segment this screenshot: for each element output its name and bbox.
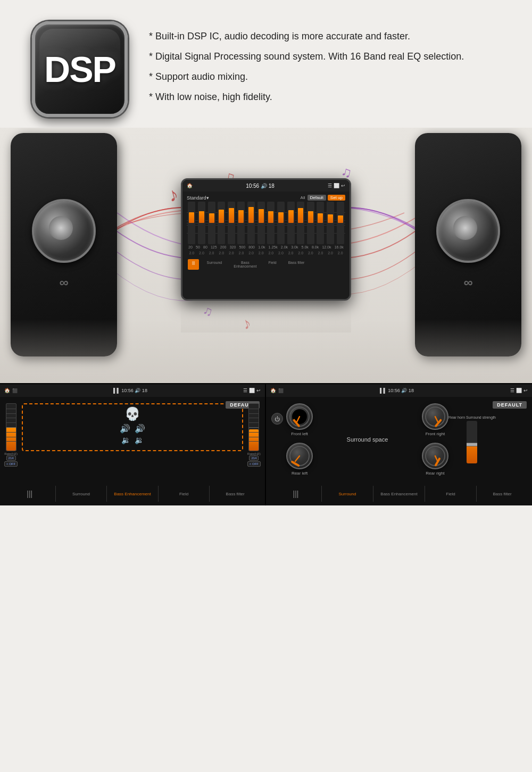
bl-fader2-off[interactable]: < OFF [247,461,261,467]
br-nav-surround[interactable]: Surround [322,482,373,505]
bl-speaker-icon-bl: 🔉 [121,436,130,444]
eq-bar-16[interactable] [337,202,344,244]
tablet-device: 🏠 10:56 🔊 18 ☰⬜↩ Standard ▾ All Default … [181,178,351,301]
eq-bottom-tabs: ||| Surround BassEnhancement Field Bass … [185,258,347,271]
bl-tick-8 [6,441,16,442]
bl-app-icon: ⬛ [12,388,18,393]
features-text: * Built-in DSP IC, audio decoding is mor… [149,21,464,107]
eq-tab-surround[interactable]: Surround [202,259,226,270]
bl-tick-2 [6,413,16,414]
eq-bar-7[interactable] [247,202,255,244]
br-home-icon: 🏠 [270,388,276,393]
eq-fc-labels: 2050801252003205008001.0k1.25k2.0k3.0k5.… [185,244,347,250]
eq-bar-15[interactable] [327,202,334,244]
eq-bar-13[interactable] [307,202,314,244]
eq-tab-bass[interactable]: BassEnhancement [229,259,261,270]
eq-bar-14[interactable] [317,202,324,244]
tablet-statusbar: 🏠 10:56 🔊 18 ☰⬜↩ [182,180,350,192]
eq-setup-btn[interactable]: Set up [328,195,345,201]
tablet-wrapper: 🏠 10:56 🔊 18 ☰⬜↩ Standard ▾ All Default … [181,178,351,333]
feature4: * With low noise, high fidelity. [149,87,464,106]
speaker-section: ♪ ♫ ♪ ♫ ♪ ♫ ∞ ∞ 🏠 [0,128,532,383]
eq-default-btn[interactable]: Default [307,195,326,201]
eq-tab-bassfilter[interactable]: Bass filter [284,259,309,270]
eq-bar-4[interactable] [218,202,225,244]
bl-speaker-icons-bottom: 🔉 🔉 [121,436,144,444]
br-bass-label: Bass Enhancement [380,492,417,496]
eq-bar-2[interactable] [198,202,205,244]
bl-field-label: Field [179,492,188,496]
bl-tick-5 [6,427,16,428]
eq-bar-6[interactable] [237,202,245,244]
eq-bar-3[interactable] [208,202,215,244]
br-app-icon: ⬛ [278,388,284,393]
br-front-left-knob[interactable] [286,403,313,430]
eq-tab-equalizer-icon[interactable]: ||| [188,259,199,270]
bl-nav-equalizer[interactable]: ||| [4,482,55,505]
feature1: * Built-in DSP IC, audio decoding is mor… [149,27,464,46]
bottom-section: 🏠 ⬛ ▌▌ 10:56 🔊 18 ☰⬜↩ DEFAULT [0,383,532,505]
br-default-btn[interactable]: DEFAULT [493,401,527,409]
br-nav-field[interactable]: Field [425,482,476,505]
br-nav-equalizer[interactable]: ||| [270,482,321,505]
br-nav-bass[interactable]: Bass Enhancement [373,482,425,505]
br-rear-horn-handle [467,443,477,446]
bl-main-area: Rate(HZ) 214 < OFF 💀 🔊 🔊 🔉 [4,401,261,467]
br-rear-right-knob[interactable] [422,443,448,469]
bl-nav-field[interactable]: Field [159,482,210,505]
br-center-label-area: Surround space [313,436,422,443]
eq-bar-1[interactable] [188,202,195,244]
svg-text:♪: ♪ [165,182,180,206]
eq-bar-12[interactable] [297,202,304,244]
bl-nav-bassfilter[interactable]: Bass filter [210,482,261,505]
eq-q-labels: 2.02.02.02.02.02.02.02.02.02.02.02.02.02… [185,250,347,256]
feature2: * Digital Signal Processing sound system… [149,47,464,66]
bl-speaker-icon-br: 🔉 [135,436,144,444]
bl-bass-label: Bass Enhancement [114,492,151,496]
eq-bar-9[interactable] [267,202,275,244]
eq-bar-8[interactable] [257,202,265,244]
bl-tick-4 [6,422,16,423]
bottom-left-screenshot: 🏠 ⬛ ▌▌ 10:56 🔊 18 ☰⬜↩ DEFAULT [0,384,266,505]
bl-fader-track-1[interactable] [6,403,16,451]
bl-statusbar: 🏠 ⬛ ▌▌ 10:56 🔊 18 ☰⬜↩ [0,384,265,397]
br-rear-horn-fader[interactable] [467,421,477,463]
br-rear-horn-group: Rear horn Surround strength [448,416,496,463]
br-time: ▌▌ 10:56 🔊 18 [380,388,414,393]
bl-fader-1-group: Rate(HZ) 214 < OFF [4,403,18,467]
br-nav-bassfilter[interactable]: Bass filter [477,482,528,505]
tablet-time: 10:56 🔊 18 [246,183,275,189]
eq-all-btn[interactable]: All [301,195,305,200]
bl-bottom-nav: ||| Surround Bass Enhancement Field Bass… [0,482,265,505]
eq-preset[interactable]: Standard [187,195,206,201]
br-rear-left-label: Rear left [292,471,307,476]
bl-speaker-icon-right: 🔊 [135,424,145,434]
bl-fader2-value: 214 [249,455,259,461]
eq-bar-10[interactable] [277,202,285,244]
tablet-status-right: ☰⬜↩ [328,183,345,188]
eq-bar-5[interactable] [228,202,235,244]
eq-bar-11[interactable] [287,202,295,244]
br-statusbar: 🏠 ⬛ ▌▌ 10:56 🔊 18 ☰⬜↩ [266,384,532,397]
bl-fader1-off[interactable]: < OFF [4,461,18,467]
feature3: * Support audio mixing. [149,67,464,86]
bottom-right-screenshot: 🏠 ⬛ ▌▌ 10:56 🔊 18 ☰⬜↩ ⏻ DEFAULT [266,384,532,505]
bl-fader-track-2[interactable] [248,403,259,451]
bl-speaker-icon-left: 🔊 [120,424,130,434]
br-rear-horn-label: Rear horn Surround strength [448,416,496,420]
tablet-reflection [181,301,351,333]
br-power-btn[interactable]: ⏻ [271,413,283,425]
bl-status-right: ☰⬜↩ [243,388,261,393]
br-rear-left-knob[interactable] [286,443,313,469]
bl-nav-surround[interactable]: Surround [56,482,107,505]
eq-chevron: ▾ [206,195,209,201]
right-speaker-logo: ∞ [463,273,472,290]
eq-tab-field[interactable]: Field [264,259,280,270]
br-front-right-knob[interactable] [422,403,448,430]
bl-fader1-value: 214 [6,455,16,461]
bl-nav-bass[interactable]: Bass Enhancement [107,482,158,505]
bl-tick-6 [6,432,16,433]
br-field-label: Field [446,492,455,496]
left-speaker-logo: ∞ [59,273,68,290]
tablet-status-left: 🏠 [187,183,193,188]
